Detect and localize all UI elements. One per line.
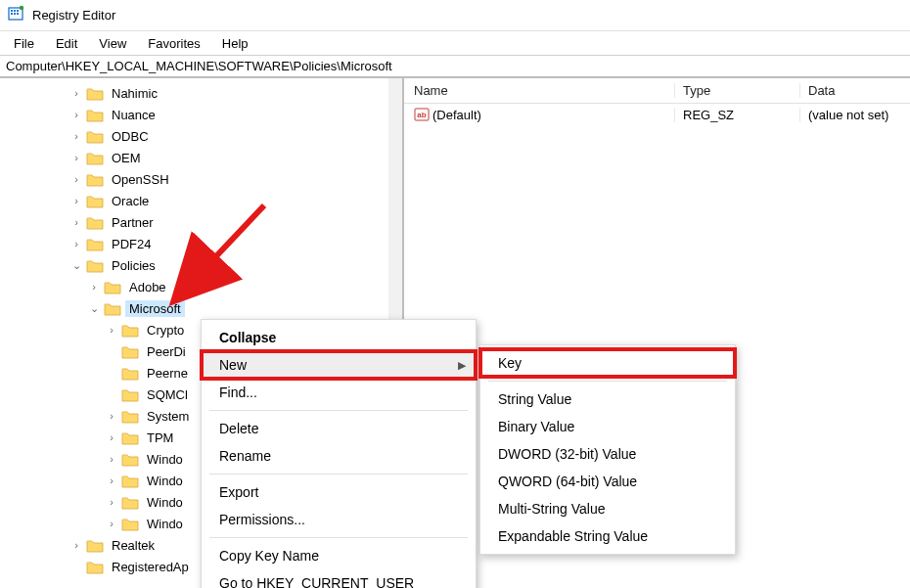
tree-node-label: Nuance [108, 107, 159, 123]
ctx-item-new[interactable]: New▶ [202, 351, 476, 379]
folder-icon [121, 495, 139, 510]
menu-view[interactable]: View [89, 34, 136, 53]
ctx-item-label: String Value [498, 391, 571, 407]
folder-icon [86, 538, 104, 553]
chevron-down-icon[interactable]: ⌄ [88, 302, 100, 315]
svg-rect-1 [11, 10, 13, 12]
tree-node[interactable]: ›OpenSSH [0, 168, 402, 190]
tree-node-label: Nahimic [108, 85, 161, 102]
tree-node[interactable]: ⌄Microsoft [0, 297, 402, 319]
chevron-right-icon[interactable]: › [106, 431, 117, 443]
menu-separator [488, 381, 727, 382]
col-header-data[interactable]: Data [799, 83, 910, 98]
ctx-item-delete[interactable]: Delete [202, 415, 476, 442]
tree-node[interactable]: ›Nahimic [0, 82, 402, 104]
chevron-right-icon[interactable]: › [70, 109, 82, 120]
chevron-right-icon[interactable]: › [106, 475, 117, 486]
ctx-item-label: Permissions... [219, 512, 305, 527]
col-header-type[interactable]: Type [674, 83, 799, 98]
ctx-item-label: Expandable String Value [498, 528, 648, 544]
chevron-down-icon[interactable]: ⌄ [70, 259, 82, 272]
menu-separator [209, 537, 468, 538]
chevron-right-icon[interactable]: › [106, 496, 117, 508]
ctx-item-label: Delete [219, 421, 258, 436]
chevron-right-icon[interactable]: › [88, 281, 100, 293]
chevron-right-icon[interactable]: › [70, 152, 82, 163]
ctx-item-collapse[interactable]: Collapse [202, 324, 476, 351]
app-icon [8, 5, 25, 25]
menu-file[interactable]: File [4, 34, 44, 53]
folder-icon [121, 387, 139, 402]
tree-node[interactable]: ›PDF24 [0, 233, 402, 254]
tree-node[interactable]: ›OEM [0, 147, 402, 168]
tree-node[interactable]: ⌄Policies [0, 254, 402, 276]
folder-icon [121, 409, 139, 424]
subctx-item-key[interactable]: Key [480, 349, 735, 377]
tree-node[interactable]: ›ODBC [0, 125, 402, 147]
menu-separator [209, 410, 468, 411]
ctx-item-export[interactable]: Export [202, 478, 476, 506]
chevron-right-icon[interactable]: › [106, 453, 117, 465]
ctx-item-find-[interactable]: Find... [202, 379, 476, 406]
value-row[interactable]: ab (Default) REG_SZ (value not set) [404, 104, 910, 125]
chevron-right-icon[interactable]: › [70, 173, 82, 185]
menu-help[interactable]: Help [212, 34, 258, 53]
ctx-item-label: Key [498, 355, 522, 371]
chevron-right-icon[interactable]: › [70, 195, 82, 206]
ctx-item-label: Multi-String Value [498, 501, 605, 517]
tree-node-label: TPM [143, 430, 177, 446]
chevron-right-icon[interactable]: › [106, 410, 117, 422]
svg-rect-6 [17, 13, 19, 15]
tree-node-label: System [143, 408, 193, 425]
folder-icon [86, 237, 104, 251]
context-menu[interactable]: CollapseNew▶Find...DeleteRenameExportPer… [201, 319, 477, 588]
chevron-right-icon[interactable]: › [70, 539, 82, 551]
value-name: (Default) [432, 108, 481, 122]
subctx-item-dword-32-bit-value[interactable]: DWORD (32-bit) Value [480, 440, 735, 468]
tree-node[interactable]: ›Nuance [0, 104, 402, 125]
svg-rect-3 [17, 10, 19, 12]
folder-icon [121, 517, 139, 531]
ctx-item-label: Go to HKEY_CURRENT_USER [219, 575, 414, 588]
ctx-item-label: Binary Value [498, 419, 574, 434]
svg-point-7 [20, 6, 23, 10]
chevron-right-icon[interactable]: › [70, 216, 82, 228]
tree-node-label: RegisteredAp [108, 559, 193, 575]
svg-text:ab: ab [417, 111, 426, 119]
folder-icon [121, 430, 139, 445]
ctx-item-permissions-[interactable]: Permissions... [202, 506, 476, 533]
chevron-right-icon[interactable]: › [106, 518, 117, 529]
chevron-right-icon[interactable]: › [70, 87, 82, 99]
tree-node-label: Windo [143, 516, 187, 532]
tree-node-label: PDF24 [108, 236, 155, 252]
subctx-item-multi-string-value[interactable]: Multi-String Value [480, 495, 735, 522]
ctx-item-rename[interactable]: Rename [202, 442, 476, 470]
tree-node[interactable]: ›Partner [0, 211, 402, 233]
subctx-item-string-value[interactable]: String Value [480, 385, 735, 413]
ctx-item-go-to-hkey-current-user[interactable]: Go to HKEY_CURRENT_USER [202, 569, 476, 588]
menubar: File Edit View Favorites Help [0, 31, 910, 55]
menu-edit[interactable]: Edit [46, 34, 87, 53]
folder-icon [121, 452, 139, 467]
subctx-item-binary-value[interactable]: Binary Value [480, 413, 735, 440]
folder-icon [121, 323, 139, 338]
subctx-item-qword-64-bit-value[interactable]: QWORD (64-bit) Value [480, 468, 735, 495]
folder-icon [86, 129, 104, 144]
context-submenu-new[interactable]: KeyString ValueBinary ValueDWORD (32-bit… [479, 344, 736, 555]
subctx-item-expandable-string-value[interactable]: Expandable String Value [480, 522, 735, 550]
tree-node-label: Windo [143, 473, 187, 489]
col-header-name[interactable]: Name [404, 83, 674, 98]
tree-node-label: Peerne [143, 365, 192, 382]
chevron-right-icon[interactable]: › [70, 130, 82, 142]
ctx-item-label: Copy Key Name [219, 548, 319, 564]
tree-node[interactable]: ›Adobe [0, 276, 402, 297]
string-value-icon: ab [414, 107, 430, 122]
ctx-item-copy-key-name[interactable]: Copy Key Name [202, 542, 476, 569]
chevron-right-icon[interactable]: › [106, 324, 117, 336]
tree-node[interactable]: ›Oracle [0, 190, 402, 211]
titlebar: Registry Editor [0, 0, 910, 31]
addressbar[interactable]: Computer\HKEY_LOCAL_MACHINE\SOFTWARE\Pol… [0, 55, 910, 78]
chevron-right-icon[interactable]: › [70, 238, 82, 249]
tree-node-label: ODBC [108, 128, 153, 145]
menu-favorites[interactable]: Favorites [138, 34, 209, 53]
